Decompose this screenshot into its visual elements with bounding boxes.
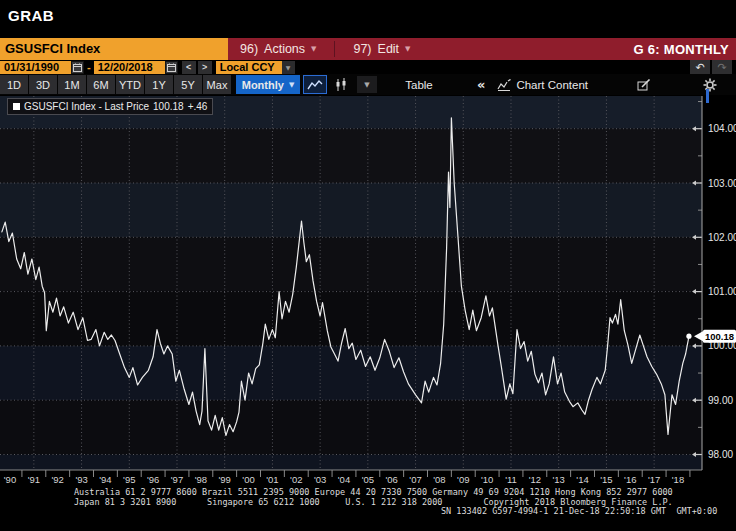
x-axis-label: '98 [195,474,207,485]
x-axis-label: '91 [28,474,40,485]
actions-num: 96) [240,42,258,56]
actions-menu-button[interactable]: 96)Actions ▼ [228,38,328,60]
next-period-button[interactable]: > [198,61,212,74]
x-axis-label: '03 [314,474,326,485]
plot-band [0,346,702,400]
x-axis-label: '02 [290,474,302,485]
edit-label: Edit [378,42,400,56]
period-button-1m[interactable]: 1M [58,75,86,94]
period-button-1y[interactable]: 1Y [145,75,173,94]
calendar-icon[interactable] [165,61,178,74]
plot-band [0,400,702,454]
period-button-ytd[interactable]: YTD [116,75,144,94]
x-axis-label: '04 [338,474,350,485]
chart-content-label: Chart Content [516,79,588,91]
chart-toolbar: 1D 3D 1M 6M YTD 1Y 5Y Max Monthly ▼ ▼ Ta… [0,74,736,95]
x-axis-label: '07 [409,474,421,485]
menu-bar: 96)Actions ▼ 97)Edit ▼ G 6: MONTHLY [228,38,736,60]
edit-menu-button[interactable]: 97)Edit ▼ [341,38,422,60]
x-axis-label: '92 [52,474,64,485]
chevron-down-icon: ▼ [405,45,410,53]
candle-chart-type-button[interactable] [329,75,353,94]
function-context-label: G 6: MONTHLY [633,42,736,57]
settings-button[interactable] [698,75,722,94]
x-axis-label: '06 [386,474,398,485]
plot-band [0,237,702,291]
chart-content-icon [497,79,511,91]
ticker-input[interactable]: GSUSFCI Index [0,38,228,60]
x-axis-label: '95 [123,474,135,485]
edit-num: 97) [353,42,371,56]
last-price-marker [686,334,691,339]
chart-type-dropdown-button[interactable]: ▼ [357,76,377,93]
ticker-row: GSUSFCI Index 96)Actions ▼ 97)Edit ▼ G 6… [0,38,736,60]
y-axis-label: 102.00 [708,232,736,243]
bloomberg-terminal-window: 98.0099.00100.00101.00102.00103.00104.00… [0,0,736,531]
series-label: GSUSFCI Index - Last Price [24,101,149,112]
x-axis-label: '93 [75,474,87,485]
redo-button[interactable]: ↷ [712,60,732,74]
period-button-3d[interactable]: 3D [29,75,57,94]
plot-band [0,129,702,183]
x-axis-label: '13 [553,474,565,485]
x-axis-label: '16 [624,474,636,485]
calendar-icon[interactable] [71,61,84,74]
x-axis-label: '09 [457,474,469,485]
chevron-down-icon: ▼ [289,81,294,89]
annotate-button[interactable] [632,75,656,94]
prev-period-button[interactable]: < [182,61,196,74]
x-axis-label: '18 [672,474,684,485]
start-date-input[interactable]: 01/31/1990 [0,61,71,74]
x-axis-label: '05 [362,474,374,485]
undo-icon: ↶ [695,61,704,74]
redo-icon: ↷ [717,61,726,74]
x-axis-label: '99 [219,474,231,485]
x-axis-label: '01 [266,474,278,485]
series-last-value: 100.18 [153,101,184,112]
currency-select[interactable]: Local CCY [216,61,282,74]
last-price-badge-value: 100.18 [705,331,734,342]
period-button-max[interactable]: Max [203,75,231,94]
menu-divider [334,41,335,57]
period-button-5y[interactable]: 5Y [174,75,202,94]
candlestick-icon [334,78,348,92]
chevron-down-icon: ▼ [311,45,316,53]
series-swatch [13,103,20,110]
plot-band [0,183,702,237]
line-chart-type-button[interactable] [303,75,327,94]
undo-button[interactable]: ↶ [690,60,710,74]
x-axis-label: '15 [600,474,612,485]
footer-session-info: SN 133402 G597-4994-1 21-Dec-18 22:50:18… [441,507,717,517]
x-axis-label: '17 [648,474,660,485]
end-date-input[interactable]: 12/20/2018 [94,61,165,74]
x-axis-label: '90 [4,474,16,485]
x-axis-label: '97 [171,474,183,485]
x-axis-label: '14 [576,474,588,485]
actions-label: Actions [264,42,305,56]
x-axis-label: '00 [242,474,254,485]
frequency-select[interactable]: Monthly ▼ [236,75,300,94]
frequency-label: Monthly [242,79,284,91]
period-button-6m[interactable]: 6M [87,75,115,94]
x-axis-label: '10 [481,474,493,485]
series-change: +.46 [188,101,208,112]
y-axis-label: 101.00 [708,286,736,297]
grab-label: GRAB [8,7,54,24]
chevron-down-icon[interactable]: ▼ [282,61,295,74]
period-button-1d[interactable]: 1D [0,75,28,94]
x-axis-label: '94 [99,474,111,485]
x-axis-label: '12 [529,474,541,485]
date-row: 01/31/1990 - 12/20/2018 < > Local CCY ▼ … [0,60,736,74]
annotate-icon [637,79,651,91]
y-axis-label: 104.00 [708,123,736,134]
y-axis-label: 103.00 [708,178,736,189]
x-axis-label: '96 [147,474,159,485]
table-button[interactable]: Table [391,75,447,94]
scroll-indicator[interactable] [706,89,709,103]
line-chart-icon [307,79,323,91]
chart-content-button[interactable]: Chart Content [497,79,588,91]
collapse-toolbar-button[interactable]: « [477,75,485,94]
y-axis-label: 99.00 [708,395,733,406]
series-legend[interactable]: GSUSFCI Index - Last Price 100.18 +.46 [7,98,213,115]
date-range-dash: - [87,61,91,73]
